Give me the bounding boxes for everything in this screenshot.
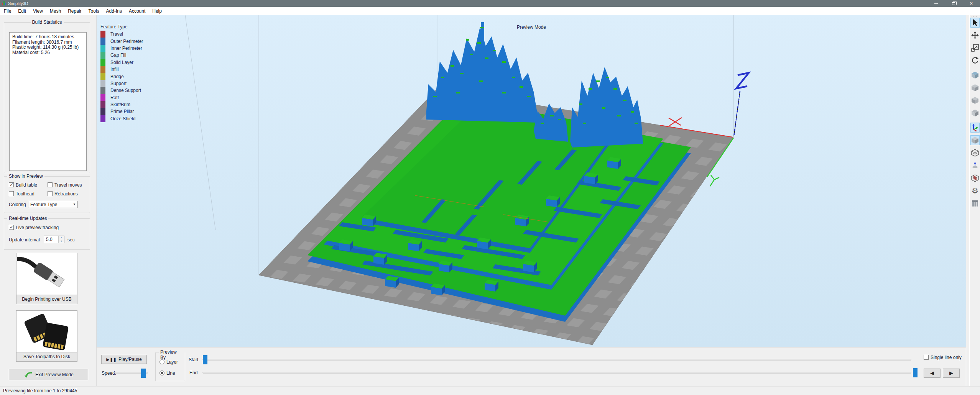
checkbox-live-preview[interactable]: Live preview tracking	[9, 225, 59, 230]
toggle-axes-button[interactable]	[970, 123, 980, 133]
pointer-tool-button[interactable]	[970, 18, 980, 28]
usb-plug-image	[16, 253, 77, 295]
view-front-button[interactable]	[970, 95, 980, 105]
legend-swatch	[100, 80, 105, 87]
single-line-row[interactable]: Single line only	[924, 355, 962, 360]
update-interval-unit: sec	[67, 237, 75, 243]
surface-normal-button[interactable]	[970, 161, 980, 170]
menu-file[interactable]: File	[0, 7, 15, 15]
menu-help[interactable]: Help	[149, 7, 165, 15]
menu-view[interactable]: View	[30, 7, 46, 15]
legend-item-dense-support: Dense Support	[100, 87, 143, 94]
legend-item-support: Support	[100, 80, 143, 87]
render-wireframe-button[interactable]	[970, 148, 980, 158]
retractions-checkbox[interactable]	[48, 191, 53, 196]
axes-triad-icon	[971, 123, 979, 132]
play-pause-button[interactable]: ▶❚❚ Play/Pause	[101, 355, 147, 364]
title-bar: Simplify3D ✕	[0, 0, 980, 7]
radio-line-row[interactable]: Line	[159, 370, 175, 376]
viewport-3d[interactable]: Feature Type Travel Outer Perimeter Inne…	[97, 15, 966, 347]
end-slider[interactable]	[202, 372, 911, 374]
layer-radio[interactable]	[159, 359, 164, 364]
stat-build-time: Build time: 7 hours 18 minutes	[12, 34, 84, 40]
move-tool-button[interactable]	[970, 30, 980, 40]
save-toolpaths-label: Save Toolpaths to Disk	[16, 352, 77, 361]
begin-printing-usb-label: Begin Printing over USB	[16, 295, 77, 304]
radio-layer-row[interactable]: Layer	[159, 359, 178, 365]
spinner-down-icon[interactable]: ▼	[59, 239, 64, 243]
legend-item-gap-fill: Gap Fill	[100, 52, 143, 59]
minimize-button[interactable]	[927, 0, 945, 7]
play-pause-icon: ▶❚❚	[106, 357, 117, 362]
legend-swatch	[100, 101, 105, 108]
single-line-checkbox[interactable]	[924, 355, 929, 360]
start-slider[interactable]	[202, 359, 911, 361]
back-arrow-icon	[23, 371, 33, 378]
speed-slider-thumb[interactable]	[141, 369, 146, 378]
checkbox-travel-moves[interactable]: Travel moves	[48, 182, 82, 188]
coloring-value: Feature Type	[28, 202, 71, 207]
cube-top-view-icon	[971, 84, 979, 92]
menu-account[interactable]: Account	[125, 7, 149, 15]
start-slider-thumb[interactable]	[203, 355, 207, 364]
view-side-button[interactable]	[970, 108, 980, 118]
live-preview-checkbox[interactable]	[9, 225, 14, 230]
viewport-3d-scene[interactable]	[97, 15, 966, 347]
support-structures-button[interactable]	[970, 198, 980, 208]
view-default-button[interactable]	[970, 70, 980, 80]
line-radio[interactable]	[159, 370, 164, 375]
exit-preview-label: Exit Preview Mode	[35, 372, 73, 377]
rotate-tool-button[interactable]	[970, 56, 980, 66]
preview-by-group: Preview By Layer Line	[155, 352, 185, 381]
start-label: Start	[189, 357, 198, 362]
view-top-button[interactable]	[970, 83, 980, 93]
begin-printing-usb-button[interactable]: Begin Printing over USB	[16, 253, 77, 304]
build-table-checkbox[interactable]	[9, 182, 14, 187]
cube-side-view-icon	[971, 109, 979, 117]
sd-cards-image	[16, 311, 77, 352]
checkbox-toolhead[interactable]: Toolhead	[9, 191, 35, 197]
legend-swatch	[100, 115, 105, 122]
playback-bar: ▶❚❚ Play/Pause Speed: Preview By Layer L…	[97, 347, 966, 386]
play-pause-label: Play/Pause	[118, 357, 142, 362]
build-statistics-title: Build Statistics	[30, 20, 63, 25]
legend-swatch	[100, 108, 105, 115]
checkbox-retractions[interactable]: Retractions	[48, 191, 78, 197]
legend-item-prime-pillar: Prime Pillar	[100, 108, 143, 115]
menu-tools[interactable]: Tools	[85, 7, 103, 15]
cross-section-button[interactable]	[970, 173, 980, 183]
restore-button[interactable]	[945, 0, 962, 7]
end-slider-thumb[interactable]	[913, 368, 918, 377]
menu-repair[interactable]: Repair	[64, 7, 85, 15]
cube-default-view-icon	[971, 71, 979, 79]
build-statistics-box: Build time: 7 hours 18 minutes Filament …	[9, 32, 87, 171]
machine-settings-button[interactable]: ⚙	[970, 186, 980, 196]
scale-tool-button[interactable]	[970, 43, 980, 53]
toolhead-checkbox[interactable]	[9, 191, 14, 196]
wireframe-cube-icon	[971, 149, 979, 157]
checkbox-build-table[interactable]: Build table	[9, 182, 37, 188]
legend-swatch	[100, 59, 105, 66]
close-button[interactable]: ✕	[962, 0, 980, 7]
update-interval-spinner[interactable]: 5.0 ▲ ▼	[44, 236, 64, 243]
status-text: Previewing file from line 1 to 290445	[0, 387, 980, 393]
render-solid-button[interactable]	[970, 135, 980, 145]
save-toolpaths-button[interactable]: Save Toolpaths to Disk	[16, 310, 77, 362]
realtime-updates-title: Real-time Updates	[7, 216, 48, 221]
stat-filament-length: Filament length: 38016.7 mm	[12, 40, 84, 45]
preview-by-title: Preview By	[159, 349, 185, 360]
menu-mesh[interactable]: Mesh	[46, 7, 64, 15]
legend-swatch	[100, 66, 105, 73]
step-forward-button[interactable]: ▶	[943, 369, 960, 378]
coloring-dropdown[interactable]: Feature Type ▼	[28, 201, 78, 208]
minimize-icon	[934, 3, 938, 4]
exit-preview-button[interactable]: Exit Preview Mode	[9, 369, 88, 380]
spinner-up-icon[interactable]: ▲	[59, 236, 64, 239]
menu-edit[interactable]: Edit	[15, 7, 30, 15]
cube-front-view-icon	[971, 96, 979, 105]
step-back-button[interactable]: ◀	[924, 369, 941, 378]
coloring-label: Coloring	[9, 202, 26, 207]
menu-addins[interactable]: Add-Ins	[103, 7, 125, 15]
right-toolbar: ⚙	[969, 15, 980, 386]
travel-moves-checkbox[interactable]	[48, 182, 53, 187]
